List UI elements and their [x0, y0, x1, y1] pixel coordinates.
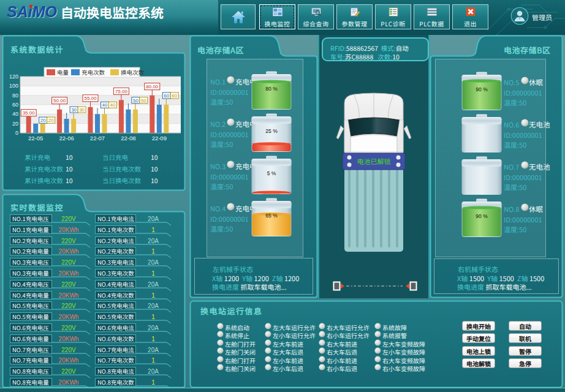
svg-text:60: 60: [172, 93, 177, 99]
svg-text:20: 20: [40, 118, 46, 123]
svg-text:30: 30: [71, 107, 77, 113]
svg-text:60: 60: [164, 93, 169, 99]
svg-text:22-08: 22-08: [121, 135, 135, 141]
svg-text:电量: 电量: [57, 68, 69, 77]
svg-text:22-07: 22-07: [90, 135, 105, 141]
svg-text:20: 20: [48, 118, 54, 123]
svg-text:120: 120: [9, 74, 18, 80]
svg-text:40: 40: [102, 102, 108, 108]
svg-text:75.00: 75.00: [115, 89, 128, 94]
svg-text:0: 0: [15, 130, 18, 136]
svg-text:40: 40: [12, 111, 18, 117]
svg-text:80.00: 80.00: [146, 84, 159, 89]
svg-text:22-05: 22-05: [28, 135, 43, 141]
svg-text:充电次数: 充电次数: [82, 68, 105, 77]
svg-text:50.00: 50.00: [53, 98, 66, 104]
svg-text:电池已解锁: 电池已解锁: [357, 156, 391, 166]
svg-text:80: 80: [12, 92, 18, 99]
svg-text:25 %: 25 %: [265, 128, 278, 134]
svg-text:换电次数: 换电次数: [121, 68, 145, 77]
svg-text:80 %: 80 %: [265, 86, 278, 92]
svg-text:40: 40: [110, 102, 116, 108]
svg-text:65 %: 65 %: [265, 213, 278, 219]
svg-text:22-06: 22-06: [59, 135, 74, 141]
svg-text:50: 50: [141, 98, 146, 104]
svg-text:50: 50: [133, 98, 138, 104]
svg-text:55.00: 55.00: [84, 96, 97, 101]
svg-text:20: 20: [12, 121, 18, 127]
svg-text:35.00: 35.00: [23, 110, 36, 116]
svg-text:100: 100: [9, 83, 18, 89]
svg-text:90 %: 90 %: [476, 213, 488, 219]
svg-text:60: 60: [12, 102, 18, 108]
svg-text:5 %: 5 %: [267, 170, 276, 176]
svg-text:30: 30: [79, 107, 85, 113]
svg-text:90 %: 90 %: [476, 86, 488, 92]
svg-text:22-09: 22-09: [152, 135, 167, 141]
